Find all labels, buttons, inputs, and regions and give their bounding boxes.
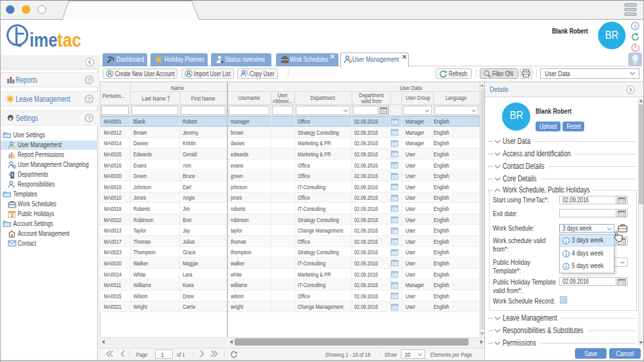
svg-text:?: ? bbox=[87, 115, 91, 122]
svg-text:?: ? bbox=[633, 24, 637, 30]
svg-text:D: D bbox=[13, 165, 16, 169]
svg-text:ime: ime bbox=[30, 30, 57, 51]
svg-text:?: ? bbox=[87, 77, 91, 83]
svg-text:?: ? bbox=[87, 96, 91, 102]
svg-text:3: 3 bbox=[11, 213, 13, 217]
svg-text:tac: tac bbox=[57, 29, 81, 51]
